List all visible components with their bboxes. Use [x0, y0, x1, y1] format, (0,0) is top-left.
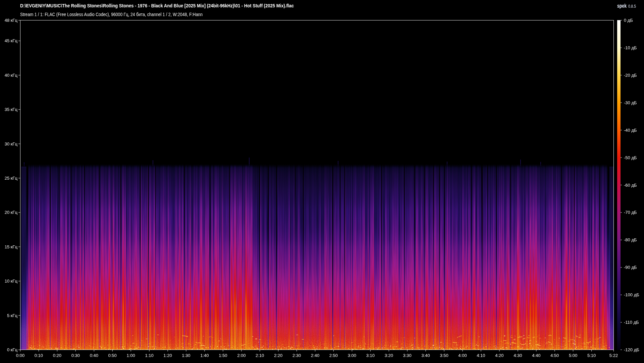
svg-text:4:40: 4:40 — [532, 353, 540, 358]
svg-text:-30 дБ: -30 дБ — [624, 100, 637, 105]
svg-text:1:00: 1:00 — [126, 353, 135, 358]
svg-text:3:30: 3:30 — [403, 353, 412, 358]
svg-text:-120 дБ: -120 дБ — [624, 347, 639, 352]
svg-text:4:20: 4:20 — [495, 353, 503, 358]
svg-text:1:30: 1:30 — [182, 353, 190, 358]
svg-text:0:10: 0:10 — [35, 353, 43, 358]
svg-text:spek: spek — [617, 3, 627, 9]
svg-text:48 кГц: 48 кГц — [5, 18, 18, 23]
svg-text:-70 дБ: -70 дБ — [624, 210, 637, 215]
svg-text:45 кГц: 45 кГц — [5, 38, 18, 43]
svg-text:4:00: 4:00 — [458, 353, 467, 358]
svg-text:2:10: 2:10 — [256, 353, 264, 358]
svg-text:40 кГц: 40 кГц — [5, 73, 18, 78]
svg-text:0:50: 0:50 — [108, 353, 117, 358]
svg-text:10 кГц: 10 кГц — [5, 279, 18, 284]
svg-text:-100 дБ: -100 дБ — [624, 292, 639, 297]
svg-text:-80 дБ: -80 дБ — [624, 237, 637, 242]
svg-text:D:\EVGENIY\MUSIC\The Rolling S: D:\EVGENIY\MUSIC\The Rolling Stones\Roll… — [20, 3, 294, 8]
svg-text:-10 дБ: -10 дБ — [624, 45, 637, 50]
svg-text:5:22: 5:22 — [609, 353, 618, 358]
svg-text:0:30: 0:30 — [71, 353, 80, 358]
svg-text:2:40: 2:40 — [311, 353, 319, 358]
svg-text:-110 дБ: -110 дБ — [624, 320, 639, 325]
svg-text:4:30: 4:30 — [514, 353, 522, 358]
svg-text:30 кГц: 30 кГц — [5, 141, 18, 146]
svg-text:3:20: 3:20 — [385, 353, 393, 358]
svg-text:1:10: 1:10 — [145, 353, 153, 358]
svg-text:2:30: 2:30 — [292, 353, 301, 358]
svg-text:35 кГц: 35 кГц — [5, 107, 18, 112]
svg-text:4:10: 4:10 — [477, 353, 485, 358]
svg-text:25 кГц: 25 кГц — [5, 176, 18, 181]
svg-text:4:50: 4:50 — [550, 353, 559, 358]
svg-text:3:40: 3:40 — [421, 353, 430, 358]
svg-text:3:50: 3:50 — [440, 353, 448, 358]
svg-text:15 кГц: 15 кГц — [5, 244, 18, 249]
svg-text:-50 дБ: -50 дБ — [624, 155, 637, 160]
svg-text:1:20: 1:20 — [163, 353, 172, 358]
svg-text:0.8.5: 0.8.5 — [628, 4, 636, 9]
svg-text:5 кГц: 5 кГц — [7, 313, 18, 318]
svg-text:0:20: 0:20 — [53, 353, 61, 358]
svg-text:2:00: 2:00 — [237, 353, 246, 358]
svg-text:2:50: 2:50 — [329, 353, 338, 358]
svg-text:Stream 1 / 1: FLAC (Free Lossl: Stream 1 / 1: FLAC (Free Lossless Audio … — [20, 11, 203, 17]
svg-text:20 кГц: 20 кГц — [5, 210, 18, 215]
svg-text:-60 дБ: -60 дБ — [624, 183, 637, 188]
svg-text:0:40: 0:40 — [90, 353, 98, 358]
svg-text:0 кГц: 0 кГц — [7, 347, 18, 352]
svg-text:1:50: 1:50 — [219, 353, 227, 358]
svg-text:5:10: 5:10 — [587, 353, 596, 358]
svg-text:1:40: 1:40 — [200, 353, 209, 358]
svg-text:-90 дБ: -90 дБ — [624, 265, 637, 270]
svg-text:3:00: 3:00 — [348, 353, 356, 358]
svg-text:0:00: 0:00 — [16, 353, 24, 358]
svg-text:-40 дБ: -40 дБ — [624, 128, 637, 133]
svg-text:-20 дБ: -20 дБ — [624, 73, 637, 78]
svg-text:5:00: 5:00 — [569, 353, 577, 358]
svg-text:2:20: 2:20 — [274, 353, 282, 358]
svg-text:0 дБ: 0 дБ — [624, 18, 633, 23]
svg-text:3:10: 3:10 — [366, 353, 375, 358]
